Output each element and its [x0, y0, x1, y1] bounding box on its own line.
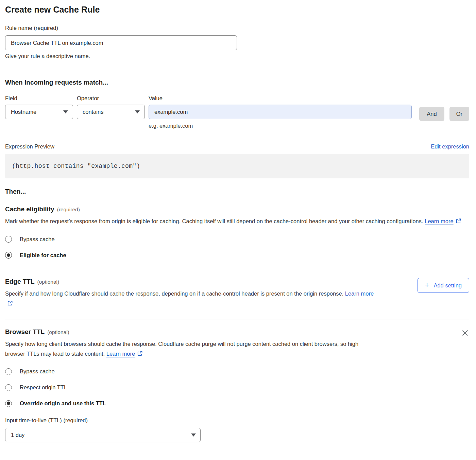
rule-name-input[interactable]: Browser Cache TTL on example.com: [5, 35, 237, 50]
edge-ttl-text-block: Edge TTL (optional) Specify if and how l…: [5, 278, 381, 309]
learn-more-link[interactable]: Learn more: [425, 218, 453, 224]
match-section-heading: When incoming requests match...: [5, 79, 469, 86]
radio-button[interactable]: [5, 368, 12, 375]
edge-ttl-heading: Edge TTL: [5, 278, 35, 285]
field-label: Field: [5, 95, 73, 102]
required-badge: (required): [57, 207, 80, 213]
radio-option-respect-origin-ttl: Respect origin TTL: [5, 384, 469, 391]
edge-ttl-description-text: Specify if and how long Cloudflare shoul…: [5, 290, 343, 297]
add-setting-button[interactable]: + Add setting: [418, 278, 469, 293]
value-input-text: example.com: [154, 109, 188, 115]
rule-name-value: Browser Cache TTL on example.com: [11, 40, 103, 46]
plus-icon: +: [425, 281, 429, 289]
ttl-select-value: 1 day: [5, 428, 186, 442]
cache-eligibility-heading: Cache eligibility: [5, 206, 54, 213]
value-input[interactable]: example.com: [149, 105, 412, 119]
expression-preview-row: Expression Preview Edit expression: [5, 143, 469, 150]
browser-ttl-heading: Browser TTL: [5, 328, 45, 336]
radio-label: Eligible for cache: [20, 252, 66, 259]
radio-label: Override origin and use this TTL: [20, 400, 106, 407]
cache-eligibility-heading-row: Cache eligibility (required): [5, 206, 469, 213]
expression-preview-label: Expression Preview: [5, 143, 54, 150]
chevron-down-icon: [191, 434, 196, 437]
radio-option-eligible-for-cache: Eligible for cache: [5, 252, 469, 259]
browser-ttl-text-block: Browser TTL (optional) Specify how long …: [5, 328, 376, 359]
cache-eligibility-description-text: Mark whether the request’s response from…: [5, 218, 423, 224]
section-divider: [5, 319, 469, 319]
external-link-icon: [137, 350, 143, 359]
radio-button-checked[interactable]: [5, 252, 12, 259]
radio-label: Bypass cache: [20, 368, 55, 375]
radio-button[interactable]: [5, 384, 12, 391]
external-link-icon: [7, 299, 13, 309]
learn-more-link[interactable]: Learn more: [345, 290, 374, 297]
expression-code: (http.host contains "example.com"): [12, 163, 140, 170]
expression-code-box: (http.host contains "example.com"): [5, 154, 469, 178]
field-select-value: Hostname: [11, 109, 36, 115]
optional-badge: (optional): [37, 279, 60, 285]
learn-more-link[interactable]: Learn more: [106, 351, 135, 357]
browser-ttl-description: Specify how long client browsers should …: [5, 339, 376, 359]
edit-expression-link[interactable]: Edit expression: [431, 143, 469, 150]
radio-option-override-origin-ttl: Override origin and use this TTL: [5, 400, 469, 407]
radio-label: Bypass cache: [20, 236, 55, 243]
cache-eligibility-description: Mark whether the request’s response from…: [5, 216, 462, 227]
edge-ttl-description: Specify if and how long Cloudflare shoul…: [5, 289, 381, 309]
value-helper: e.g. example.com: [149, 123, 412, 129]
field-column: Field Hostname: [5, 95, 73, 119]
create-cache-rule-form: Create new Cache Rule Rule name (require…: [0, 0, 476, 456]
browser-ttl-description-text: Specify how long client browsers should …: [5, 341, 358, 356]
section-divider: [5, 269, 469, 269]
operator-select[interactable]: contains: [77, 105, 145, 119]
browser-ttl-heading-row: Browser TTL (optional) Specify how long …: [5, 328, 469, 359]
operator-label: Operator: [77, 95, 145, 102]
rule-name-helper: Give your rule a descriptive name.: [5, 53, 469, 59]
match-condition-row: Field Hostname Operator contains Value e…: [5, 95, 469, 129]
edge-ttl-heading-line: Edge TTL (optional): [5, 278, 381, 285]
add-setting-label: Add setting: [434, 282, 462, 289]
radio-button-checked[interactable]: [5, 400, 12, 407]
radio-label: Respect origin TTL: [20, 384, 67, 391]
and-button[interactable]: And: [419, 107, 444, 121]
ttl-input-label: Input time-to-live (TTL) (required): [5, 417, 469, 424]
or-button[interactable]: Or: [449, 107, 469, 121]
close-icon[interactable]: [461, 329, 469, 337]
and-or-buttons: And Or: [415, 95, 469, 121]
external-link-icon: [456, 217, 461, 227]
page-title: Create new Cache Rule: [5, 5, 469, 15]
browser-ttl-heading-line: Browser TTL (optional): [5, 328, 376, 336]
chevron-down-icon: [63, 110, 68, 113]
radio-option-bypass-cache: Bypass cache: [5, 368, 469, 375]
section-divider: [5, 69, 469, 69]
chevron-down-icon: [135, 110, 140, 113]
value-column: Value example.com e.g. example.com: [149, 95, 412, 129]
value-label: Value: [149, 95, 412, 102]
rule-name-label: Rule name (required): [5, 25, 469, 31]
operator-select-value: contains: [83, 109, 103, 115]
ttl-select-arrow-segment[interactable]: [186, 428, 200, 442]
ttl-select[interactable]: 1 day: [5, 428, 201, 442]
field-select[interactable]: Hostname: [5, 105, 73, 119]
optional-badge: (optional): [47, 329, 69, 335]
operator-column: Operator contains: [77, 95, 145, 119]
radio-option-bypass-cache: Bypass cache: [5, 236, 469, 243]
radio-button[interactable]: [5, 236, 12, 243]
then-heading: Then...: [5, 188, 469, 195]
edge-ttl-heading-row: Edge TTL (optional) Specify if and how l…: [5, 278, 469, 309]
